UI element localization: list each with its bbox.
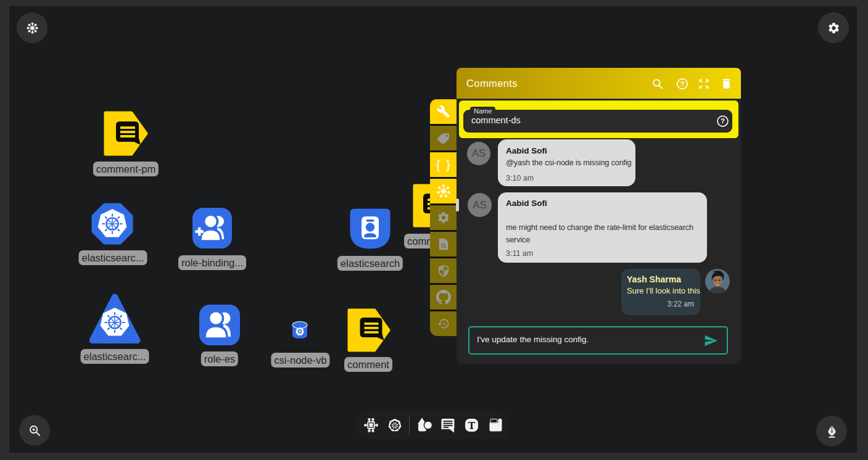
svg-text:?: ? [721, 117, 725, 125]
svg-text:?: ? [680, 80, 685, 88]
